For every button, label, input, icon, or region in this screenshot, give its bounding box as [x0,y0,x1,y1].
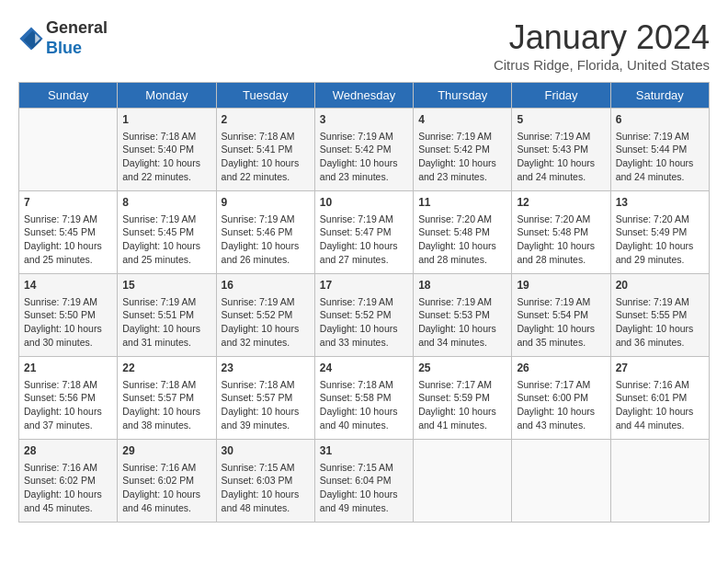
day-number: 31 [320,443,408,459]
day-number: 26 [517,361,605,376]
calendar-day-cell: 4Sunrise: 7:19 AM Sunset: 5:42 PM Daylig… [414,109,512,191]
day-number: 11 [418,195,506,211]
calendar-week-row: 7Sunrise: 7:19 AM Sunset: 5:45 PM Daylig… [19,191,710,274]
calendar-day-cell: 22Sunrise: 7:18 AM Sunset: 5:57 PM Dayli… [118,357,216,440]
calendar-day-cell: 6Sunrise: 7:19 AM Sunset: 5:44 PM Daylig… [610,109,709,191]
day-info: Sunrise: 7:20 AM Sunset: 5:49 PM Dayligh… [616,213,704,267]
calendar-day-cell: 25Sunrise: 7:17 AM Sunset: 5:59 PM Dayli… [414,357,512,440]
weekday-header-cell: Wednesday [314,83,413,109]
day-number: 14 [24,278,112,293]
calendar-day-cell: 19Sunrise: 7:19 AM Sunset: 5:54 PM Dayli… [512,274,610,357]
day-info: Sunrise: 7:18 AM Sunset: 5:40 PM Dayligh… [122,130,210,184]
day-number: 28 [24,443,112,459]
calendar-day-cell: 18Sunrise: 7:19 AM Sunset: 5:53 PM Dayli… [414,274,512,357]
calendar-day-cell [414,440,512,523]
day-number: 6 [616,112,704,128]
weekday-header-row: SundayMondayTuesdayWednesdayThursdayFrid… [19,83,710,109]
weekday-header-cell: Saturday [610,83,709,109]
day-info: Sunrise: 7:18 AM Sunset: 5:41 PM Dayligh… [222,130,310,184]
day-info: Sunrise: 7:16 AM Sunset: 6:02 PM Dayligh… [122,461,210,515]
calendar-table: SundayMondayTuesdayWednesdayThursdayFrid… [18,82,710,523]
day-info: Sunrise: 7:19 AM Sunset: 5:45 PM Dayligh… [122,213,210,267]
weekday-header-cell: Friday [512,83,610,109]
day-number: 15 [122,278,210,293]
calendar-day-cell: 30Sunrise: 7:15 AM Sunset: 6:03 PM Dayli… [216,440,314,523]
calendar-day-cell: 1Sunrise: 7:18 AM Sunset: 5:40 PM Daylig… [118,109,216,191]
day-info: Sunrise: 7:15 AM Sunset: 6:03 PM Dayligh… [222,461,310,515]
day-number: 12 [517,195,605,211]
calendar-day-cell: 3Sunrise: 7:19 AM Sunset: 5:42 PM Daylig… [314,109,413,191]
day-info: Sunrise: 7:19 AM Sunset: 5:46 PM Dayligh… [222,213,310,267]
day-number: 13 [616,195,704,211]
day-info: Sunrise: 7:15 AM Sunset: 6:04 PM Dayligh… [320,461,408,515]
day-number: 24 [320,361,408,376]
title-block: January 2024 Citrus Ridge, Florida, Unit… [494,18,710,73]
calendar-week-row: 28Sunrise: 7:16 AM Sunset: 6:02 PM Dayli… [19,440,710,523]
day-number: 29 [122,443,210,459]
calendar-day-cell: 28Sunrise: 7:16 AM Sunset: 6:02 PM Dayli… [19,440,118,523]
calendar-day-cell: 9Sunrise: 7:19 AM Sunset: 5:46 PM Daylig… [216,191,314,274]
day-number: 2 [222,112,310,128]
calendar-day-cell [610,440,709,523]
day-number: 4 [418,112,506,128]
calendar-day-cell: 21Sunrise: 7:18 AM Sunset: 5:56 PM Dayli… [19,357,118,440]
weekday-header-cell: Thursday [414,83,512,109]
day-number: 19 [517,278,605,293]
day-info: Sunrise: 7:19 AM Sunset: 5:42 PM Dayligh… [418,130,506,184]
calendar-day-cell: 24Sunrise: 7:18 AM Sunset: 5:58 PM Dayli… [314,357,413,440]
day-info: Sunrise: 7:19 AM Sunset: 5:45 PM Dayligh… [24,213,112,267]
calendar-day-cell: 10Sunrise: 7:19 AM Sunset: 5:47 PM Dayli… [314,191,413,274]
calendar-day-cell: 20Sunrise: 7:19 AM Sunset: 5:55 PM Dayli… [610,274,709,357]
calendar-day-cell: 2Sunrise: 7:18 AM Sunset: 5:41 PM Daylig… [216,109,314,191]
day-info: Sunrise: 7:19 AM Sunset: 5:54 PM Dayligh… [517,295,605,350]
day-info: Sunrise: 7:19 AM Sunset: 5:47 PM Dayligh… [320,213,408,267]
day-number: 23 [222,361,310,376]
day-number: 5 [517,112,605,128]
day-number: 25 [418,361,506,376]
day-info: Sunrise: 7:19 AM Sunset: 5:52 PM Dayligh… [222,295,310,350]
day-number: 27 [616,361,704,376]
day-info: Sunrise: 7:16 AM Sunset: 6:01 PM Dayligh… [616,378,704,432]
day-number: 1 [122,112,210,128]
day-number: 20 [616,278,704,293]
calendar-week-row: 21Sunrise: 7:18 AM Sunset: 5:56 PM Dayli… [19,357,710,440]
logo-icon [18,26,44,52]
day-info: Sunrise: 7:19 AM Sunset: 5:43 PM Dayligh… [517,130,605,184]
day-info: Sunrise: 7:19 AM Sunset: 5:51 PM Dayligh… [122,295,210,350]
logo-text: General Blue [46,18,108,58]
weekday-header-cell: Sunday [19,83,118,109]
day-number: 3 [320,112,408,128]
calendar-day-cell: 7Sunrise: 7:19 AM Sunset: 5:45 PM Daylig… [19,191,118,274]
day-info: Sunrise: 7:17 AM Sunset: 5:59 PM Dayligh… [418,378,506,432]
day-number: 8 [122,195,210,211]
calendar-day-cell: 11Sunrise: 7:20 AM Sunset: 5:48 PM Dayli… [414,191,512,274]
location: Citrus Ridge, Florida, United States [494,57,710,73]
day-info: Sunrise: 7:19 AM Sunset: 5:50 PM Dayligh… [24,295,112,350]
day-info: Sunrise: 7:20 AM Sunset: 5:48 PM Dayligh… [418,213,506,267]
calendar-day-cell: 14Sunrise: 7:19 AM Sunset: 5:50 PM Dayli… [19,274,118,357]
day-info: Sunrise: 7:18 AM Sunset: 5:58 PM Dayligh… [320,378,408,432]
logo: General Blue [18,18,108,58]
day-info: Sunrise: 7:16 AM Sunset: 6:02 PM Dayligh… [24,461,112,515]
day-info: Sunrise: 7:18 AM Sunset: 5:57 PM Dayligh… [222,378,310,432]
day-number: 10 [320,195,408,211]
day-number: 18 [418,278,506,293]
calendar-day-cell: 17Sunrise: 7:19 AM Sunset: 5:52 PM Dayli… [314,274,413,357]
calendar-day-cell: 23Sunrise: 7:18 AM Sunset: 5:57 PM Dayli… [216,357,314,440]
day-info: Sunrise: 7:19 AM Sunset: 5:55 PM Dayligh… [616,295,704,350]
day-number: 30 [222,443,310,459]
day-info: Sunrise: 7:19 AM Sunset: 5:44 PM Dayligh… [616,130,704,184]
calendar-day-cell [19,109,118,191]
day-info: Sunrise: 7:17 AM Sunset: 6:00 PM Dayligh… [517,378,605,432]
day-number: 9 [222,195,310,211]
calendar-day-cell [512,440,610,523]
calendar-week-row: 14Sunrise: 7:19 AM Sunset: 5:50 PM Dayli… [19,274,710,357]
calendar-body: 1Sunrise: 7:18 AM Sunset: 5:40 PM Daylig… [19,109,710,523]
weekday-header-cell: Tuesday [216,83,314,109]
day-info: Sunrise: 7:20 AM Sunset: 5:48 PM Dayligh… [517,213,605,267]
day-info: Sunrise: 7:19 AM Sunset: 5:53 PM Dayligh… [418,295,506,350]
calendar-day-cell: 5Sunrise: 7:19 AM Sunset: 5:43 PM Daylig… [512,109,610,191]
calendar-day-cell: 13Sunrise: 7:20 AM Sunset: 5:49 PM Dayli… [610,191,709,274]
calendar-day-cell: 15Sunrise: 7:19 AM Sunset: 5:51 PM Dayli… [118,274,216,357]
calendar-day-cell: 27Sunrise: 7:16 AM Sunset: 6:01 PM Dayli… [610,357,709,440]
